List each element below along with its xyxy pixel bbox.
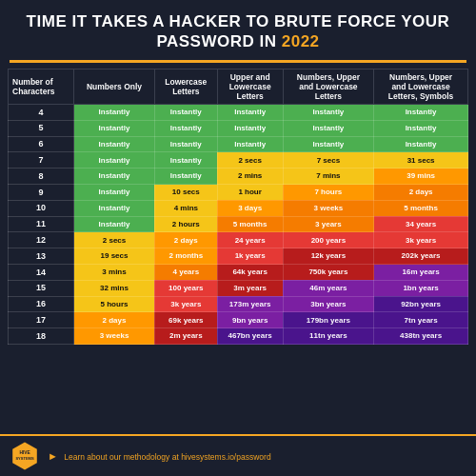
col-header-num-mixed: Numbers, Upperand LowercaseLetters: [283, 69, 374, 105]
table-cell: 7 mins: [283, 169, 374, 185]
table-row: 172 days69k years9bn years179bn years7tn…: [9, 312, 468, 328]
table-cell: 39 mins: [374, 169, 468, 185]
table-cell: 3bn years: [283, 296, 374, 312]
table-cell: 4 years: [154, 265, 217, 281]
table-cell: 3 days: [217, 200, 283, 216]
table-cell: 100 years: [154, 280, 217, 296]
table-cell: Instantly: [154, 136, 217, 152]
table-cell: 46m years: [283, 280, 374, 296]
table-cell: Instantly: [74, 152, 155, 169]
table-row: 5InstantlyInstantlyInstantlyInstantlyIns…: [9, 120, 468, 136]
cell-chars: 5: [9, 120, 74, 136]
table-row: 165 hours3k years173m years3bn years92bn…: [9, 296, 468, 312]
table-cell: 2 days: [74, 312, 155, 328]
table-cell: Instantly: [74, 136, 155, 152]
table-cell: Instantly: [283, 105, 374, 121]
table-cell: 12k years: [283, 248, 374, 265]
table-wrapper: Number ofCharacters Numbers Only Lowerca…: [0, 69, 476, 435]
table-cell: 750k years: [283, 265, 374, 281]
cell-chars: 10: [9, 200, 74, 216]
table-cell: 438tn years: [374, 328, 468, 345]
table-cell: 2 mins: [217, 169, 283, 185]
table-cell: 9bn years: [217, 312, 283, 328]
table-cell: 3 weeks: [74, 328, 155, 345]
table-row: 1319 secs2 months1k years12k years202k y…: [9, 248, 468, 265]
table-cell: 3 mins: [74, 265, 155, 281]
table-cell: Instantly: [374, 136, 468, 152]
header-divider: [10, 60, 466, 63]
svg-text:SYSTEMS: SYSTEMS: [15, 456, 33, 461]
table-cell: 3 years: [283, 216, 374, 232]
cell-chars: 4: [9, 105, 74, 121]
table-cell: 34 years: [374, 216, 468, 232]
cell-chars: 18: [9, 328, 74, 345]
table-row: 4InstantlyInstantlyInstantlyInstantlyIns…: [9, 105, 468, 121]
table-cell: 1 hour: [217, 185, 283, 201]
table-cell: 200 years: [283, 232, 374, 248]
table-cell: 92bn years: [374, 296, 468, 312]
table-cell: 173m years: [217, 296, 283, 312]
table-cell: 467bn years: [217, 328, 283, 345]
table-cell: Instantly: [74, 200, 155, 216]
cell-chars: 13: [9, 248, 74, 265]
table-row: 1532 mins100 years3m years46m years1bn y…: [9, 280, 468, 296]
col-header-all: Numbers, Upperand LowercaseLetters, Symb…: [374, 69, 468, 105]
table-cell: Instantly: [283, 136, 374, 152]
svg-text:HIVE: HIVE: [19, 450, 30, 455]
table-cell: Instantly: [154, 105, 217, 121]
table-cell: Instantly: [217, 136, 283, 152]
table-cell: 2 months: [154, 248, 217, 265]
table-cell: 5 hours: [74, 296, 155, 312]
table-cell: 1bn years: [374, 280, 468, 296]
table-cell: Instantly: [74, 185, 155, 201]
col-header-chars: Number ofCharacters: [9, 69, 74, 105]
table-cell: 10 secs: [154, 185, 217, 201]
table-cell: Instantly: [217, 120, 283, 136]
table-cell: 2 days: [154, 232, 217, 248]
logo-area: HIVE SYSTEMS: [10, 441, 40, 471]
cell-chars: 16: [9, 296, 74, 312]
cell-chars: 12: [9, 232, 74, 248]
table-cell: 11tn years: [283, 328, 374, 345]
table-row: 9Instantly10 secs1 hour7 hours2 days: [9, 185, 468, 201]
table-cell: 69k years: [154, 312, 217, 328]
table-cell: 179bn years: [283, 312, 374, 328]
table-cell: Instantly: [374, 120, 468, 136]
table-cell: 202k years: [374, 248, 468, 265]
table-cell: 3m years: [217, 280, 283, 296]
table-cell: 7 secs: [283, 152, 374, 169]
table-cell: Instantly: [283, 120, 374, 136]
table-row: 143 mins4 years64k years750k years16m ye…: [9, 265, 468, 281]
table-cell: 19 secs: [74, 248, 155, 265]
cell-chars: 11: [9, 216, 74, 232]
table-cell: 7tn years: [374, 312, 468, 328]
col-header-lower: LowercaseLetters: [154, 69, 217, 105]
table-row: 183 weeks2m years467bn years11tn years43…: [9, 328, 468, 345]
page-title: TIME IT TAKES A HACKER TO BRUTE FORCE YO…: [19, 11, 457, 52]
table-cell: Instantly: [74, 105, 155, 121]
table-cell: 7 hours: [283, 185, 374, 201]
table-cell: 5 months: [217, 216, 283, 232]
table-row: 11Instantly2 hours5 months3 years34 year…: [9, 216, 468, 232]
table-cell: Instantly: [154, 120, 217, 136]
table-cell: 5 months: [374, 200, 468, 216]
cell-chars: 7: [9, 152, 74, 169]
hive-logo: HIVE SYSTEMS: [10, 441, 40, 471]
cell-chars: 17: [9, 312, 74, 328]
table-row: 122 secs2 days24 years200 years3k years: [9, 232, 468, 248]
table-cell: Instantly: [217, 105, 283, 121]
col-header-numbers: Numbers Only: [74, 69, 155, 105]
table-cell: 4 mins: [154, 200, 217, 216]
footer-arrow-icon: ►: [48, 450, 58, 462]
table-row: 8InstantlyInstantly2 mins7 mins39 mins: [9, 169, 468, 185]
table-cell: 2 hours: [154, 216, 217, 232]
table-cell: 2 secs: [74, 232, 155, 248]
table-cell: 31 secs: [374, 152, 468, 169]
cell-chars: 14: [9, 265, 74, 281]
table-row: 6InstantlyInstantlyInstantlyInstantlyIns…: [9, 136, 468, 152]
table-cell: 24 years: [217, 232, 283, 248]
table-row: 7InstantlyInstantly2 secs7 secs31 secs: [9, 152, 468, 169]
table-cell: 3k years: [374, 232, 468, 248]
table-cell: Instantly: [154, 169, 217, 185]
cell-chars: 15: [9, 280, 74, 296]
